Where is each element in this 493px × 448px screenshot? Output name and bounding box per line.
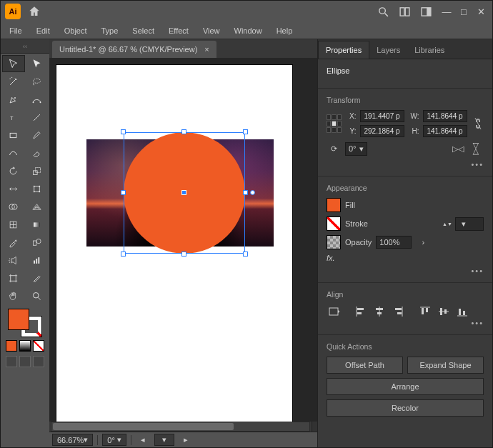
column-graph-tool[interactable] [26,252,49,269]
align-top-icon[interactable] [418,304,432,319]
expand-shape-button[interactable]: Expand Shape [407,357,484,374]
center-point[interactable] [181,190,186,195]
menu-select[interactable]: Select [126,24,160,37]
handle-bottom-left[interactable] [121,252,126,257]
color-mode-solid[interactable] [6,340,17,352]
blend-tool[interactable] [26,234,49,251]
opacity-field[interactable]: 100% [376,236,412,249]
perspective-grid-tool[interactable] [26,198,49,215]
align-right-icon[interactable] [391,304,405,319]
recolor-button[interactable]: Recolor [327,399,484,417]
arrange-button[interactable]: Arrange [327,378,484,395]
symbol-sprayer-tool[interactable] [2,252,25,269]
transform-more-icon[interactable]: ••• [327,160,484,169]
zoom-tool[interactable] [26,287,49,304]
maximize-button[interactable]: □ [457,6,471,17]
free-transform-tool[interactable] [26,180,49,197]
flip-horizontal-icon[interactable]: ▷◁ [451,141,465,156]
handle-bottom-right[interactable] [243,252,248,257]
handle-top-left[interactable] [121,129,126,134]
selected-ellipse[interactable] [124,132,245,254]
w-field[interactable] [423,110,467,122]
draw-behind[interactable] [19,356,31,367]
tab-properties[interactable]: Properties [318,41,369,59]
toolbar-handle[interactable]: ‹‹ [1,39,49,54]
direct-selection-tool[interactable] [26,55,49,72]
align-to-icon[interactable] [327,304,341,319]
handle-left[interactable] [121,190,126,195]
pen-tool[interactable] [2,91,25,108]
reference-point-grid[interactable] [327,114,342,133]
align-more-icon[interactable]: ••• [327,319,484,327]
handle-bottom[interactable] [181,252,186,257]
artboard-prev-icon[interactable]: ◂ [136,433,150,447]
paintbrush-tool[interactable] [26,126,49,144]
color-mode-gradient[interactable] [19,340,31,352]
workspace-switcher-icon[interactable] [418,4,434,19]
h-field[interactable] [423,125,467,137]
opacity-flyout-icon[interactable]: › [416,235,430,249]
fill-swatch[interactable] [8,309,29,330]
color-mode-none[interactable] [33,340,44,352]
mesh-tool[interactable] [2,216,25,233]
draw-normal[interactable] [6,356,17,367]
draw-inside[interactable] [33,356,44,367]
pie-widget[interactable] [250,190,255,195]
align-hcenter-icon[interactable] [372,304,387,319]
shape-builder-tool[interactable] [2,198,25,215]
align-bottom-icon[interactable] [455,304,469,319]
search-icon[interactable] [375,4,391,19]
rectangle-tool[interactable] [2,126,25,144]
eraser-tool[interactable] [26,144,49,161]
line-segment-tool[interactable] [26,109,49,126]
hand-tool[interactable] [2,287,25,304]
x-field[interactable] [360,110,404,122]
tab-libraries[interactable]: Libraries [407,41,452,59]
handle-top-right[interactable] [243,129,248,134]
rotate-field[interactable]: 0°▾ [345,142,367,156]
handle-right[interactable] [243,190,248,195]
lasso-tool[interactable] [26,73,49,90]
gradient-tool[interactable] [26,216,49,233]
selection-tool[interactable] [2,55,25,72]
type-tool[interactable]: T [2,109,25,126]
rotate-view-field[interactable]: 0°▾ [102,434,126,446]
eyedropper-tool[interactable] [2,234,25,251]
handle-top[interactable] [181,129,186,134]
menu-file[interactable]: File [4,24,28,37]
menu-edit[interactable]: Edit [31,24,56,37]
artboard-tool[interactable] [2,269,25,287]
document-tab[interactable]: Untitled-1* @ 66.67 % (CMYK/Preview) × [52,41,216,58]
menu-window[interactable]: Window [229,24,268,37]
home-icon[interactable] [26,4,42,19]
document-tab-close-icon[interactable]: × [204,45,209,54]
horizontal-scrollbar[interactable] [51,422,310,432]
canvas[interactable] [49,58,317,422]
align-left-icon[interactable] [354,304,368,319]
zoom-field[interactable]: 66.67%▾ [52,434,93,446]
flip-vertical-icon[interactable]: ▷◁ [469,141,484,156]
shaper-tool[interactable] [2,144,25,161]
offset-path-button[interactable]: Offset Path [327,357,403,374]
scale-tool[interactable] [26,162,49,179]
link-wh-icon[interactable] [472,116,484,131]
menu-view[interactable]: View [197,24,226,37]
menu-object[interactable]: Object [59,24,93,37]
menu-help[interactable]: Help [271,24,299,37]
stroke-swatch-button[interactable] [327,216,341,231]
align-vcenter-icon[interactable] [437,304,451,319]
width-tool[interactable] [2,180,25,197]
stroke-weight-stepper[interactable]: ▲▼ [444,217,451,230]
tab-layers[interactable]: Layers [369,41,407,59]
menu-type[interactable]: Type [96,24,124,37]
appearance-more-icon[interactable]: ••• [327,267,484,275]
fill-stroke-swatch[interactable] [8,309,42,337]
curvature-tool[interactable] [26,91,49,108]
artboard-nav-field[interactable]: ▾ [154,434,174,446]
stroke-weight-field[interactable]: ▾ [455,217,484,231]
slice-tool[interactable] [26,269,49,287]
fx-label[interactable]: fx. [327,254,335,262]
rotate-tool[interactable] [2,162,25,179]
minimize-button[interactable]: — [439,6,454,17]
artboard-next-icon[interactable]: ▸ [179,433,193,447]
